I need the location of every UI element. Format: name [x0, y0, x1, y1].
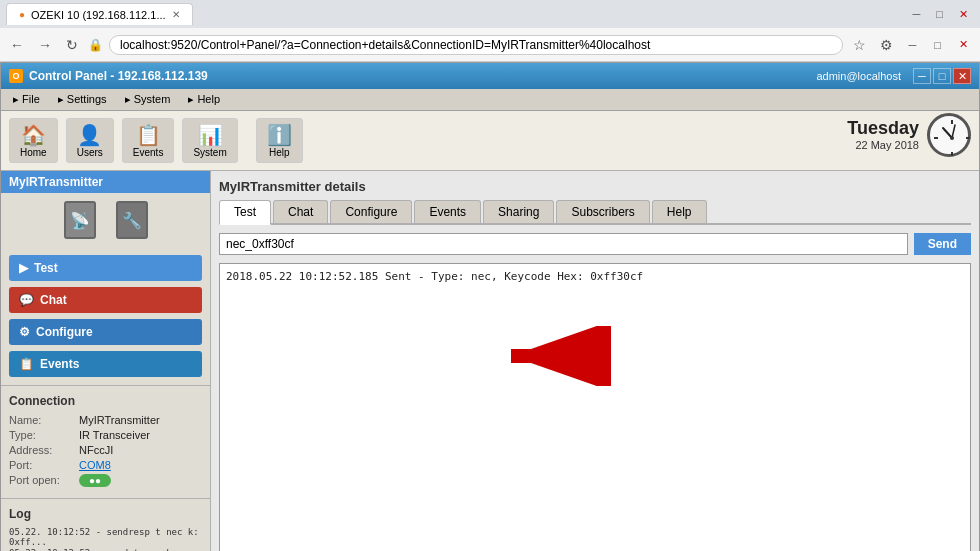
conn-port-value[interactable]: COM8: [79, 459, 111, 471]
conn-name-label: Name:: [9, 414, 79, 426]
conn-name-value: MyIRTransmitter: [79, 414, 160, 426]
chrome-minimize[interactable]: ─: [903, 37, 923, 53]
clock-face: [927, 113, 971, 157]
menu-system[interactable]: ▸ System: [117, 91, 179, 108]
help-btn[interactable]: ℹ️ Help: [256, 118, 303, 163]
sidebar-actions: ▶ Test 💬 Chat ⚙ Configure 📋 Events: [1, 247, 210, 385]
lock-icon: 🔒: [88, 38, 103, 52]
conn-portopen-row: Port open: ●●: [9, 474, 202, 487]
tabs: Test Chat Configure Events Sharing Subsc…: [219, 200, 971, 225]
menu-settings[interactable]: ▸ Settings: [50, 91, 115, 108]
chat-label: Chat: [40, 293, 67, 307]
toolbar-area: 🏠 Home 👤 Users 📋 Events 📊 System ℹ️ Help: [1, 111, 979, 171]
tab-close-btn[interactable]: ✕: [172, 9, 180, 20]
conn-address-value: NFccJI: [79, 444, 113, 456]
forward-button[interactable]: →: [34, 35, 56, 55]
tab-test[interactable]: Test: [219, 200, 271, 225]
system-icon: 📊: [198, 123, 223, 147]
output-text: 2018.05.22 10:12:52.185 Sent - Type: nec…: [226, 270, 643, 283]
svg-line-4: [943, 128, 952, 138]
tab-sharing[interactable]: Sharing: [483, 200, 554, 223]
browser-titlebar: ● OZEKI 10 (192.168.112.1... ✕ ─ □ ✕: [0, 0, 980, 28]
chat-icon: 💬: [19, 293, 34, 307]
browser-close-btn[interactable]: ✕: [953, 6, 974, 23]
conn-portopen-label: Port open:: [9, 474, 79, 487]
test-icon: ▶: [19, 261, 28, 275]
conn-port-row: Port: COM8: [9, 459, 202, 471]
test-input-row: Send: [219, 233, 971, 255]
app-window-controls: ─ □ ✕: [913, 68, 971, 84]
send-button[interactable]: Send: [914, 233, 971, 255]
app-minimize-btn[interactable]: ─: [913, 68, 931, 84]
tab-chat[interactable]: Chat: [273, 200, 328, 223]
svg-line-5: [952, 125, 955, 138]
conn-type-value: IR Transceiver: [79, 429, 150, 441]
users-btn[interactable]: 👤 Users: [66, 118, 114, 163]
extensions-button[interactable]: ⚙: [876, 35, 897, 55]
users-icon: 👤: [77, 123, 102, 147]
log-entries: 05.22. 10:12:52 - sendresp t nec k: 0xff…: [9, 527, 202, 551]
app-body: MyIRTransmitter 📡 🔧 ▶ Test: [1, 171, 979, 551]
menu-help[interactable]: ▸ Help: [180, 91, 228, 108]
system-label: System: [193, 147, 226, 158]
sidebar-title: MyIRTransmitter: [9, 175, 103, 189]
ir-icons-area: 📡 🔧: [1, 193, 210, 247]
port-open-toggle[interactable]: ●●: [79, 474, 111, 487]
output-area: 2018.05.22 10:12:52.185 Sent - Type: nec…: [219, 263, 971, 551]
help-icon: ℹ️: [267, 123, 292, 147]
tab-events[interactable]: Events: [414, 200, 481, 223]
home-btn[interactable]: 🏠 Home: [9, 118, 58, 163]
address-bar[interactable]: [109, 35, 843, 55]
conn-address-row: Address: NFccJI: [9, 444, 202, 456]
ir-receiver-icon: 🔧: [116, 201, 148, 239]
app-title: Control Panel - 192.168.112.139: [29, 69, 208, 83]
events-sidebar-btn[interactable]: 📋 Events: [9, 351, 202, 377]
configure-icon: ⚙: [19, 325, 30, 339]
active-tab[interactable]: ● OZEKI 10 (192.168.112.1... ✕: [6, 3, 193, 25]
reload-button[interactable]: ↻: [62, 35, 82, 55]
app-menubar: ▸ File ▸ Settings ▸ System ▸ Help: [1, 89, 979, 111]
log-entry-1: 05.22. 10:12:52 - sendresp t nec k: 0xff…: [9, 527, 202, 547]
back-button[interactable]: ←: [6, 35, 28, 55]
app-maximize-btn[interactable]: □: [933, 68, 951, 84]
bookmark-button[interactable]: ☆: [849, 35, 870, 55]
menu-file[interactable]: ▸ File: [5, 91, 48, 108]
app-close-btn[interactable]: ✕: [953, 68, 971, 84]
users-label: Users: [77, 147, 103, 158]
log-section: Log 05.22. 10:12:52 - sendresp t nec k: …: [1, 498, 210, 551]
clock-text: Tuesday 22 May 2018: [847, 118, 919, 153]
panel-title: MyIRTransmitter details: [219, 179, 971, 194]
tab-help[interactable]: Help: [652, 200, 707, 223]
browser-toolbar: ← → ↻ 🔒 ☆ ⚙ ─ □ ✕: [0, 28, 980, 62]
user-label: admin@localhost: [816, 70, 901, 82]
events-label: Events: [133, 147, 164, 158]
test-input-field[interactable]: [219, 233, 908, 255]
ir-transmitter-icon: 📡: [64, 201, 96, 239]
system-btn[interactable]: 📊 System: [182, 118, 237, 163]
configure-label: Configure: [36, 325, 93, 339]
connection-title: Connection: [9, 394, 202, 408]
connection-section: Connection Name: MyIRTransmitter Type: I…: [1, 385, 210, 498]
help-label: Help: [269, 147, 290, 158]
tab-favicon: ●: [19, 9, 25, 20]
events-btn[interactable]: 📋 Events: [122, 118, 175, 163]
sidebar: MyIRTransmitter 📡 🔧 ▶ Test: [1, 171, 211, 551]
home-label: Home: [20, 147, 47, 158]
configure-btn[interactable]: ⚙ Configure: [9, 319, 202, 345]
test-btn[interactable]: ▶ Test: [9, 255, 202, 281]
chrome-close[interactable]: ✕: [953, 36, 974, 53]
conn-name-row: Name: MyIRTransmitter: [9, 414, 202, 426]
home-icon: 🏠: [21, 123, 46, 147]
tab-subscribers[interactable]: Subscribers: [556, 200, 649, 223]
test-label: Test: [34, 261, 58, 275]
tab-title: OZEKI 10 (192.168.112.1...: [31, 9, 166, 21]
clock-date: 22 May 2018: [847, 139, 919, 152]
app-icon: O: [9, 69, 23, 83]
browser-minimize-btn[interactable]: ─: [907, 6, 927, 22]
clock-widget: Tuesday 22 May 2018: [847, 113, 971, 157]
tab-configure[interactable]: Configure: [330, 200, 412, 223]
events-icon: 📋: [136, 123, 161, 147]
chrome-maximize[interactable]: □: [928, 37, 947, 53]
browser-maximize-btn[interactable]: □: [930, 6, 949, 22]
chat-btn[interactable]: 💬 Chat: [9, 287, 202, 313]
